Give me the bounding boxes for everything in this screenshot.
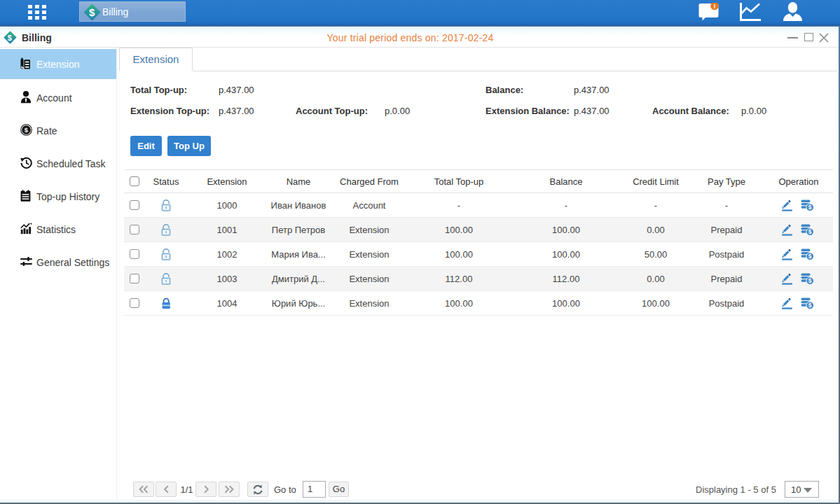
svg-text:$: $ — [25, 126, 29, 134]
svg-text:$: $ — [808, 228, 811, 235]
svg-text:$: $ — [808, 253, 811, 260]
svg-text:$: $ — [808, 204, 811, 211]
svg-text:!: ! — [714, 3, 716, 10]
svg-text:$: $ — [808, 277, 811, 284]
svg-text:$: $ — [808, 302, 811, 309]
